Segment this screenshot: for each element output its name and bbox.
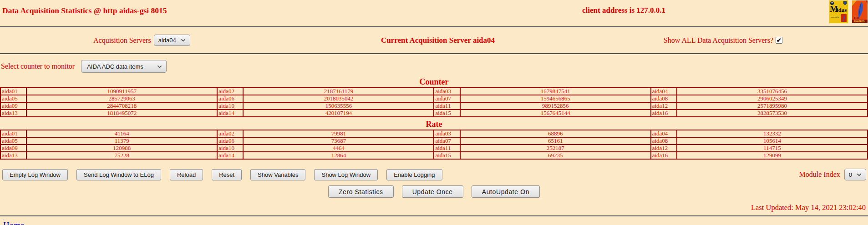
channel-value-cell: 114715 bbox=[677, 145, 868, 152]
table-row: aida05285729063aida062018035042aida07159… bbox=[0, 95, 868, 102]
counter-heading: Counter bbox=[0, 77, 868, 86]
update-once-button[interactable]: Update Once bbox=[402, 185, 463, 198]
page-title: Data Acquisition Statistics @ http aidas… bbox=[2, 6, 167, 15]
midas-logo[interactable]: M idas powered by bbox=[829, 0, 848, 23]
svg-text:TCL: TCL bbox=[853, 16, 860, 20]
channel-value-cell: 989152856 bbox=[460, 102, 651, 110]
channel-name-cell: aida05 bbox=[0, 137, 26, 145]
channel-name-cell: aida07 bbox=[434, 95, 460, 102]
channel-value-cell: 73687 bbox=[243, 137, 434, 145]
channel-name-cell: aida15 bbox=[434, 110, 460, 117]
channel-value-cell: 1594656865 bbox=[460, 95, 651, 102]
show-variables-button[interactable]: Show Variables bbox=[250, 169, 305, 180]
zero-statistics-button[interactable]: Zero Statistics bbox=[328, 185, 394, 198]
table-row: aida0141164aida0279981aida0368896aida041… bbox=[0, 130, 868, 137]
server-bar: Acquisition Servers aida04 Current Acqui… bbox=[0, 27, 868, 53]
channel-value-cell: 11379 bbox=[26, 137, 217, 145]
channel-name-cell: aida03 bbox=[434, 88, 460, 95]
channel-value-cell: 1090911957 bbox=[26, 88, 217, 95]
channel-value-cell: 120988 bbox=[26, 145, 217, 152]
tcl-powered-logo[interactable]: TCL POWERED bbox=[852, 0, 868, 23]
rate-table: aida0141164aida0279981aida0368896aida041… bbox=[0, 130, 868, 160]
counter-table: aida011090911957aida022187161179aida0316… bbox=[0, 87, 868, 117]
channel-value-cell: 132332 bbox=[677, 130, 868, 137]
channel-name-cell: aida14 bbox=[217, 152, 243, 159]
channel-value-cell: 1679847541 bbox=[460, 88, 651, 95]
chevron-down-icon bbox=[857, 173, 862, 176]
table-row: aida131818495072aida14420107194aida15156… bbox=[0, 110, 868, 117]
chevron-down-icon bbox=[157, 65, 162, 68]
channel-name-cell: aida12 bbox=[651, 102, 677, 110]
table-row: aida0511379aida0673687aida0765161aida081… bbox=[0, 137, 868, 145]
update-bar: Zero Statistics Update Once AutoUpdate O… bbox=[0, 185, 868, 198]
channel-value-cell: 41164 bbox=[26, 130, 217, 137]
channel-value-cell: 75228 bbox=[26, 152, 217, 159]
channel-name-cell: aida09 bbox=[0, 145, 26, 152]
channel-name-cell: aida13 bbox=[0, 152, 26, 159]
enable-logging-button[interactable]: Enable Logging bbox=[386, 169, 442, 180]
current-server-heading: Current Acquisition Server aida04 bbox=[381, 36, 495, 45]
channel-name-cell: aida06 bbox=[217, 95, 243, 102]
channel-name-cell: aida12 bbox=[651, 145, 677, 152]
channel-value-cell: 252187 bbox=[460, 145, 651, 152]
module-index-label: Module Index bbox=[799, 170, 840, 179]
channel-value-cell: 69235 bbox=[460, 152, 651, 159]
last-updated: Last Updated: May 14, 2021 23:02:40 bbox=[0, 203, 868, 212]
module-index-select[interactable]: 0 bbox=[844, 169, 866, 180]
show-log-window-button[interactable]: Show Log Window bbox=[314, 169, 378, 180]
reset-button[interactable]: Reset bbox=[212, 169, 242, 180]
channel-value-cell: 68896 bbox=[460, 130, 651, 137]
footer: . Home bbox=[0, 217, 868, 225]
channel-name-cell: aida02 bbox=[217, 130, 243, 137]
counter-monitor-select[interactable]: AIDA ADC data items bbox=[81, 60, 167, 73]
channel-value-cell: 79981 bbox=[243, 130, 434, 137]
channel-value-cell: 4464 bbox=[243, 145, 434, 152]
client-address: client address is 127.0.0.1 bbox=[582, 6, 665, 15]
channel-name-cell: aida08 bbox=[651, 95, 677, 102]
home-link[interactable]: Home bbox=[3, 220, 24, 225]
channel-name-cell: aida16 bbox=[651, 110, 677, 117]
module-index-value: 0 bbox=[849, 171, 852, 178]
svg-text:powered by: powered by bbox=[831, 16, 839, 18]
channel-name-cell: aida09 bbox=[0, 102, 26, 110]
channel-name-cell: aida13 bbox=[0, 110, 26, 117]
channel-name-cell: aida08 bbox=[651, 137, 677, 145]
divider bbox=[0, 215, 868, 216]
toolbar: Empty Log Window Send Log Window to ELog… bbox=[0, 169, 868, 180]
channel-value-cell: 12864 bbox=[243, 152, 434, 159]
show-all-servers-checkbox[interactable]: ✔ bbox=[776, 37, 782, 44]
channel-name-cell: aida03 bbox=[434, 130, 460, 137]
reload-button[interactable]: Reload bbox=[170, 169, 203, 180]
check-icon: ✔ bbox=[777, 37, 782, 43]
select-counter-label: Select counter to monitor bbox=[1, 62, 75, 70]
channel-name-cell: aida10 bbox=[217, 102, 243, 110]
channel-value-cell: 420107194 bbox=[243, 110, 434, 117]
channel-name-cell: aida11 bbox=[434, 102, 460, 110]
channel-value-cell: 2906025349 bbox=[677, 95, 868, 102]
channel-value-cell: 105614 bbox=[677, 137, 868, 145]
svg-text:idas: idas bbox=[837, 6, 847, 13]
channel-value-cell: 285729063 bbox=[26, 95, 217, 102]
channel-name-cell: aida06 bbox=[217, 137, 243, 145]
autoupdate-on-button[interactable]: AutoUpdate On bbox=[472, 185, 540, 198]
channel-name-cell: aida04 bbox=[651, 88, 677, 95]
svg-text:POWERED: POWERED bbox=[854, 20, 865, 23]
empty-log-window-button[interactable]: Empty Log Window bbox=[2, 169, 68, 180]
channel-value-cell: 1567645144 bbox=[460, 110, 651, 117]
channel-value-cell: 1818495072 bbox=[26, 110, 217, 117]
channel-name-cell: aida15 bbox=[434, 152, 460, 159]
acquisition-server-value: aida04 bbox=[158, 37, 176, 44]
show-all-servers-label: Show ALL Data Acquisition Servers? bbox=[664, 36, 773, 45]
counter-monitor-value: AIDA ADC data items bbox=[87, 63, 143, 70]
channel-value-cell: 129099 bbox=[677, 152, 868, 159]
channel-value-cell: 3351076456 bbox=[677, 88, 868, 95]
send-log-window-to-elog-button[interactable]: Send Log Window to ELog bbox=[76, 169, 161, 180]
channel-name-cell: aida02 bbox=[217, 88, 243, 95]
acquisition-server-select[interactable]: aida04 bbox=[154, 35, 190, 46]
channel-value-cell: 2187161179 bbox=[243, 88, 434, 95]
daq-statistics-page: Data Acquisition Statistics @ http aidas… bbox=[0, 0, 868, 225]
channel-name-cell: aida11 bbox=[434, 145, 460, 152]
channel-name-cell: aida16 bbox=[651, 152, 677, 159]
channel-name-cell: aida10 bbox=[217, 145, 243, 152]
logos: M idas powered by TCL POWERED bbox=[829, 0, 868, 23]
